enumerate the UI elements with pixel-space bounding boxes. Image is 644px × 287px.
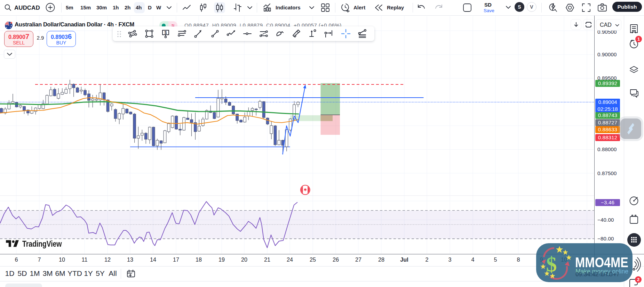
svg-text:$: $ [546,252,557,276]
svg-text:$: $ [165,30,167,35]
